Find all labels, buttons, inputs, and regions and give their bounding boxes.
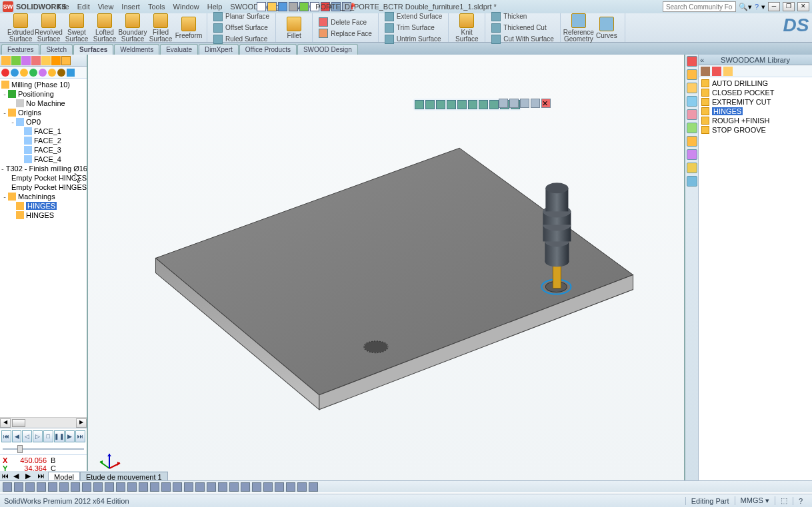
- tab-features[interactable]: Features: [1, 44, 39, 55]
- lib-ico-1[interactable]: [701, 67, 710, 76]
- bt-ico[interactable]: [14, 482, 23, 492]
- replace-face-button[interactable]: Replace Face: [317, 28, 374, 39]
- lib-ico-2[interactable]: [712, 67, 721, 76]
- stop-button[interactable]: □: [43, 430, 53, 442]
- status-extra-icon[interactable]: ⬚: [775, 496, 793, 505]
- zoom-area-icon[interactable]: [425, 100, 435, 109]
- tree-item[interactable]: HINGES: [1, 201, 85, 211]
- tp-view-palette-icon[interactable]: [687, 96, 697, 107]
- bt-ico[interactable]: [150, 482, 159, 492]
- vp-ico-1[interactable]: [499, 99, 508, 108]
- ruled-surface-button[interactable]: Ruled Surface: [211, 34, 271, 45]
- bt-ico[interactable]: [297, 482, 307, 492]
- menu-window[interactable]: Window: [169, 3, 203, 11]
- tb-ico-8[interactable]: [67, 69, 75, 77]
- untrim-surface-button[interactable]: Untrim Surface: [383, 34, 444, 45]
- swept-surface-button[interactable]: Swept Surface: [63, 13, 91, 43]
- new-icon[interactable]: [257, 2, 266, 11]
- tree-item[interactable]: -Machinings: [1, 192, 85, 201]
- bt-ico[interactable]: [229, 482, 239, 492]
- thickened-cut-button[interactable]: Thickened Cut: [489, 23, 556, 33]
- menu-file[interactable]: File: [53, 3, 73, 11]
- save-icon[interactable]: [278, 2, 287, 11]
- feature-tree[interactable]: Milling (Phase 10) -PositioningNo Machin…: [0, 79, 87, 417]
- menu-edit[interactable]: Edit: [73, 3, 94, 11]
- display-style-icon[interactable]: [468, 100, 477, 109]
- tab-sketch[interactable]: Sketch: [40, 44, 73, 55]
- tab-weldments[interactable]: Weldments: [114, 44, 159, 55]
- step-back-button[interactable]: ◁: [22, 430, 32, 442]
- tp-extra-icon[interactable]: [687, 149, 697, 160]
- fillet-button[interactable]: Fillet: [280, 17, 308, 39]
- revolved-surface-button[interactable]: Revolved Surface: [35, 13, 63, 43]
- appearance-icon[interactable]: [489, 100, 499, 109]
- tree-item[interactable]: Empty Pocket HINGES (OP: [1, 173, 85, 183]
- tb-ico-3[interactable]: [20, 69, 28, 77]
- bt-ico[interactable]: [309, 482, 318, 492]
- tb-ico-7[interactable]: [57, 69, 65, 77]
- section-icon[interactable]: [447, 100, 456, 109]
- tab-surfaces[interactable]: Surfaces: [73, 44, 113, 55]
- bt-ico[interactable]: [275, 482, 284, 492]
- tree-item[interactable]: FACE_3: [1, 145, 85, 155]
- library-list[interactable]: AUTO DRILLINGCLOSED POCKETEXTREMITY CUTH…: [699, 77, 812, 482]
- reference-geometry-button[interactable]: Reference Geometry: [565, 13, 593, 43]
- extruded-surface-button[interactable]: Extruded Surface: [7, 13, 35, 43]
- thicken-button[interactable]: Thicken: [489, 11, 556, 22]
- help-icon[interactable]: ?: [755, 3, 759, 11]
- cam-tab-icon[interactable]: [51, 56, 61, 65]
- status-help-icon[interactable]: ?: [793, 497, 808, 505]
- bt-ico[interactable]: [263, 482, 273, 492]
- bt-ico[interactable]: [173, 482, 182, 492]
- search-input[interactable]: [663, 1, 736, 12]
- vp-ico-3[interactable]: [520, 99, 529, 108]
- hide-show-icon[interactable]: [479, 100, 488, 109]
- tab-swood-design[interactable]: SWOOD Design: [297, 44, 358, 55]
- disp-tab-icon[interactable]: [41, 56, 51, 65]
- playback-slider[interactable]: [0, 444, 87, 454]
- tp-resources-icon[interactable]: [687, 56, 697, 67]
- restore-icon[interactable]: ❐: [783, 2, 795, 11]
- undo-icon[interactable]: [299, 2, 309, 11]
- tab-nav-prev-icon[interactable]: ◀: [13, 472, 23, 481]
- tab-nav-first-icon[interactable]: ⏮: [1, 472, 11, 481]
- library-item[interactable]: STOP GROOVE: [700, 125, 811, 135]
- menu-help[interactable]: Help: [203, 3, 227, 11]
- tree-item[interactable]: -T302 - Finish milling Ø16: [1, 164, 85, 173]
- tree-hscroll[interactable]: ◀ ▶: [0, 417, 87, 428]
- curves-button[interactable]: Curves: [593, 17, 621, 39]
- knit-surface-button[interactable]: Knit Surface: [453, 13, 481, 43]
- tree-item[interactable]: Empty Pocket HINGES (OP: [1, 183, 85, 192]
- tree-item[interactable]: FACE_2: [1, 136, 85, 145]
- bt-ico[interactable]: [252, 482, 261, 492]
- first-button[interactable]: ⏮: [1, 430, 11, 442]
- extend-surface-button[interactable]: Extend Surface: [383, 11, 444, 22]
- tb-ico-5[interactable]: [39, 69, 47, 77]
- menu-insert[interactable]: Insert: [117, 3, 144, 11]
- tree-item[interactable]: -Positioning: [1, 89, 85, 99]
- bt-ico[interactable]: [184, 482, 193, 492]
- tp-swood-icon[interactable]: [687, 136, 697, 147]
- cam2-tab-icon[interactable]: [61, 56, 71, 65]
- bt-ico[interactable]: [48, 482, 57, 492]
- bt-ico[interactable]: [116, 482, 125, 492]
- scroll-right-icon[interactable]: ▶: [76, 418, 87, 428]
- offset-surface-button[interactable]: Offset Surface: [211, 23, 271, 33]
- tp-design-lib-icon[interactable]: [687, 69, 697, 80]
- tb-ico-1[interactable]: [1, 69, 9, 77]
- status-units[interactable]: MMGS ▾: [735, 496, 775, 505]
- fm-tab-icon[interactable]: [1, 56, 11, 65]
- library-item[interactable]: EXTREMITY CUT: [700, 97, 811, 107]
- scroll-left-icon[interactable]: ◀: [0, 418, 11, 428]
- close-icon[interactable]: ✕: [797, 2, 809, 11]
- 3d-viewport[interactable]: ✕: [88, 55, 684, 482]
- lofted-surface-button[interactable]: Lofted Surface: [91, 13, 119, 43]
- tree-root[interactable]: Milling (Phase 10): [1, 80, 85, 89]
- tab-nav-next-icon[interactable]: ▶: [25, 472, 35, 481]
- tp-extra3-icon[interactable]: [687, 176, 697, 187]
- tree-item[interactable]: FACE_4: [1, 155, 85, 164]
- tree-item[interactable]: No Machine: [1, 99, 85, 108]
- tree-item[interactable]: -OP0: [1, 117, 85, 127]
- cfg-tab-icon[interactable]: [21, 56, 31, 65]
- last-button[interactable]: ⏭: [75, 430, 85, 442]
